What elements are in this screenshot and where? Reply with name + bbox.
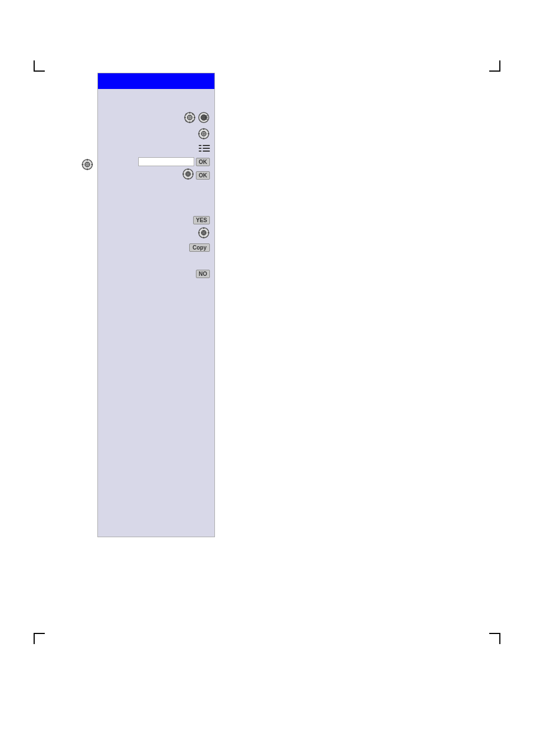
icon-row-1 <box>102 111 210 126</box>
section-3: YES Copy <box>102 216 210 252</box>
corner-mark-br <box>489 633 500 644</box>
svg-rect-47 <box>198 232 200 233</box>
svg-rect-28 <box>203 151 210 152</box>
svg-rect-24 <box>203 145 210 146</box>
svg-rect-46 <box>203 237 204 238</box>
svg-rect-32 <box>87 168 88 170</box>
gear-icon-3[interactable] <box>182 168 194 182</box>
gear-row <box>102 227 210 241</box>
gear-icon-1[interactable] <box>184 111 196 126</box>
icon-row-3 <box>102 144 210 155</box>
svg-point-10 <box>189 116 191 119</box>
panel-body: OK OK <box>98 89 214 537</box>
main-panel: OK OK <box>97 73 215 537</box>
svg-rect-33 <box>82 164 83 165</box>
corner-mark-tl <box>34 60 45 72</box>
svg-rect-4 <box>184 117 186 118</box>
svg-rect-20 <box>198 133 200 134</box>
corner-mark-tr <box>489 60 500 72</box>
settings-icon-1[interactable] <box>198 111 210 126</box>
no-row: NO <box>102 270 210 278</box>
svg-rect-27 <box>199 151 202 152</box>
svg-rect-45 <box>203 227 204 229</box>
svg-point-42 <box>187 173 190 176</box>
yes-button[interactable]: YES <box>193 216 210 224</box>
svg-rect-19 <box>203 138 204 139</box>
no-button[interactable]: NO <box>196 270 210 278</box>
ok-button-1[interactable]: OK <box>196 158 210 166</box>
icon-row-2 <box>102 128 210 142</box>
gear-ok-row: OK <box>102 168 210 182</box>
svg-rect-26 <box>203 148 210 149</box>
list-icon <box>199 144 210 155</box>
svg-rect-31 <box>87 159 88 161</box>
svg-rect-38 <box>188 168 189 170</box>
svg-rect-41 <box>192 173 194 175</box>
corner-mark-bl <box>34 633 45 644</box>
svg-rect-23 <box>199 145 202 146</box>
svg-rect-34 <box>91 164 93 165</box>
section-4: NO <box>102 270 210 278</box>
svg-rect-5 <box>194 117 195 118</box>
svg-point-22 <box>203 133 205 135</box>
yes-row: YES <box>102 216 210 224</box>
copy-button[interactable]: Copy <box>189 243 210 252</box>
svg-point-49 <box>203 232 205 234</box>
section-2: OK OK <box>102 157 210 182</box>
svg-rect-25 <box>199 148 202 149</box>
svg-rect-48 <box>208 232 209 233</box>
gear-icon-4[interactable] <box>198 227 210 241</box>
gear-icon-left[interactable] <box>81 158 93 173</box>
copy-row: Copy <box>102 243 210 252</box>
spacer-1 <box>102 189 210 205</box>
svg-rect-40 <box>182 173 184 175</box>
panel-header <box>98 73 214 89</box>
svg-rect-18 <box>203 128 204 130</box>
section-1 <box>102 111 210 155</box>
svg-rect-21 <box>208 133 209 134</box>
svg-rect-3 <box>189 121 190 123</box>
svg-rect-39 <box>188 178 189 180</box>
svg-point-35 <box>86 163 88 166</box>
text-input-field[interactable] <box>138 157 194 166</box>
gear-icon-2[interactable] <box>198 128 210 142</box>
input-ok-row: OK <box>102 157 210 166</box>
ok-button-2[interactable]: OK <box>196 171 210 180</box>
spacer-2 <box>102 254 210 263</box>
svg-rect-2 <box>189 112 190 114</box>
